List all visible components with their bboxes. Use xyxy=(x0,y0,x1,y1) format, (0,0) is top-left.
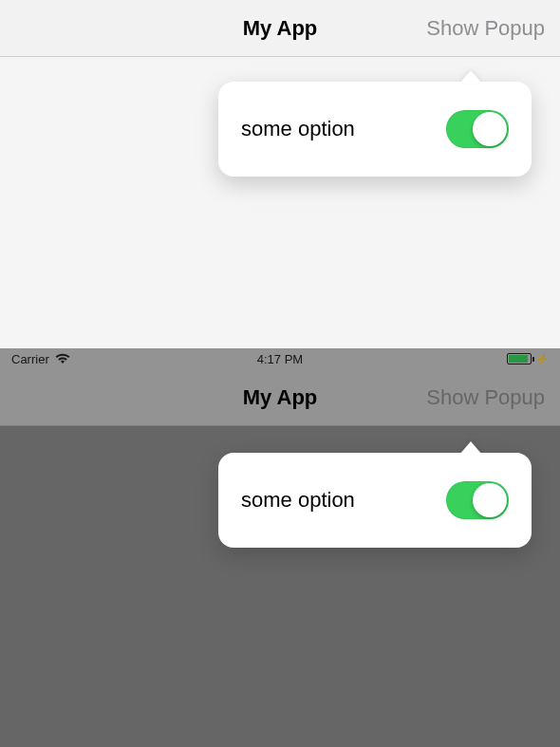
carrier-label: Carrier xyxy=(11,352,49,366)
navigation-bar: My App Show Popup xyxy=(0,0,560,57)
option-toggle[interactable] xyxy=(446,110,509,148)
option-label: some option xyxy=(241,117,355,141)
show-popup-button[interactable]: Show Popup xyxy=(426,385,545,410)
navigation-bar: My App Show Popup xyxy=(0,369,560,426)
status-bar: Carrier 4:17 PM ⚡ xyxy=(0,348,560,369)
option-toggle[interactable] xyxy=(446,481,509,519)
toggle-knob xyxy=(473,112,507,146)
charging-icon: ⚡ xyxy=(535,353,549,365)
status-time: 4:17 PM xyxy=(0,352,560,366)
example-panel-dimmed: Carrier 4:17 PM ⚡ My App Show Popup some… xyxy=(0,348,560,747)
popover: some option xyxy=(218,453,532,548)
example-panel-light: My App Show Popup some option xyxy=(0,0,560,348)
wifi-icon xyxy=(55,353,70,364)
option-label: some option xyxy=(241,488,355,513)
show-popup-button[interactable]: Show Popup xyxy=(426,16,545,41)
toggle-knob xyxy=(473,483,507,517)
battery-icon xyxy=(507,353,532,364)
popover: some option xyxy=(218,82,532,177)
